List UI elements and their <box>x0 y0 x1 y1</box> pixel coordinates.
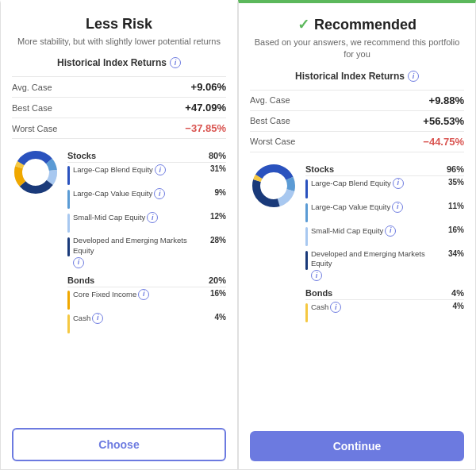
list-item: Developed and Emerging Markets Equity i … <box>305 248 464 283</box>
less-risk-bonds-pct: 20% <box>209 275 226 285</box>
recommended-historical-header: Historical Index Returns i <box>250 71 464 82</box>
recommended-allocation: Stocks 96% Large-Cap Blend Equity i 35% … <box>250 162 464 328</box>
recommended-subtitle: Based on your answers, we recommend this… <box>250 37 464 61</box>
less-risk-donut <box>12 148 60 196</box>
recommended-bonds-label: Bonds <box>305 288 332 298</box>
continue-button[interactable]: Continue <box>250 431 464 461</box>
alloc-name: Small-Mid Cap Equity i <box>73 212 207 223</box>
list-item: Core Fixed Income i 16% <box>67 287 226 311</box>
alloc-name: Large-Cap Value Equity i <box>311 202 445 213</box>
alloc-bar <box>67 166 70 185</box>
checkmark-icon: ✓ <box>298 16 309 33</box>
recommended-returns-table: Avg. Case +9.88% Best Case +56.53% Worst… <box>250 90 464 152</box>
less-risk-stocks-pct: 80% <box>209 151 226 160</box>
alloc-name: Large-Cap Blend Equity i <box>73 164 207 175</box>
less-risk-avg-row: Avg. Case +9.06% <box>12 77 226 98</box>
less-risk-stocks-header: Stocks 80% <box>67 148 226 163</box>
recommended-stocks-pct: 96% <box>447 164 464 174</box>
alloc-name: Cash i <box>311 302 450 313</box>
info-icon[interactable]: i <box>311 270 322 281</box>
alloc-bar <box>67 314 70 333</box>
less-risk-avg-label: Avg. Case <box>12 83 52 92</box>
recommended-bonds-items: Cash i 4% <box>305 300 464 324</box>
info-icon[interactable]: i <box>147 212 158 223</box>
less-risk-allocation: Stocks 80% Large-Cap Blend Equity i 31% … <box>12 148 226 338</box>
alloc-name: Small-Mid Cap Equity i <box>311 225 445 237</box>
alloc-bar <box>305 179 308 198</box>
alloc-pct: 9% <box>215 188 226 197</box>
less-risk-historical-header: Historical Index Returns i <box>12 57 226 68</box>
list-item: Large-Cap Blend Equity i 31% <box>67 163 226 187</box>
alloc-pct: 11% <box>448 202 464 210</box>
alloc-name: Developed and Emerging Markets Equity i <box>311 249 445 282</box>
less-risk-bonds-label: Bonds <box>67 275 94 285</box>
alloc-pct: 4% <box>453 302 464 310</box>
recommended-avg-label: Avg. Case <box>250 95 290 105</box>
less-risk-worst-value: −37.85% <box>185 122 226 134</box>
less-risk-body: Less Risk More stability, but with sligh… <box>1 3 237 422</box>
info-icon[interactable]: i <box>392 202 403 213</box>
recommended-info-icon[interactable]: i <box>408 71 419 82</box>
less-risk-bonds-header: Bonds 20% <box>67 273 226 287</box>
less-risk-avg-value: +9.06% <box>191 81 226 93</box>
less-risk-returns-table: Avg. Case +9.06% Best Case +47.09% Worst… <box>12 76 226 139</box>
list-item: Small-Mid Cap Equity i 12% <box>67 210 226 234</box>
list-item: Large-Cap Value Equity i 9% <box>67 187 226 210</box>
less-risk-best-row: Best Case +47.09% <box>12 98 226 118</box>
choose-button[interactable]: Choose <box>12 428 226 461</box>
recommended-avg-row: Avg. Case +9.88% <box>250 91 464 111</box>
alloc-pct: 12% <box>210 212 226 221</box>
list-item: Large-Cap Value Equity i 11% <box>305 200 464 224</box>
info-icon[interactable]: i <box>73 257 84 268</box>
alloc-bar <box>67 214 70 233</box>
alloc-pct: 16% <box>210 289 226 298</box>
less-risk-card: Less Risk More stability, but with sligh… <box>0 0 238 470</box>
recommended-bonds-pct: 4% <box>451 288 464 298</box>
alloc-name: Developed and Emerging Markets Equity i <box>73 236 207 268</box>
alloc-bar <box>305 203 308 222</box>
recommended-stocks-header: Stocks 96% <box>305 162 464 176</box>
less-risk-worst-row: Worst Case −37.85% <box>12 118 226 139</box>
recommended-worst-label: Worst Case <box>250 137 295 146</box>
list-item: Cash i 4% <box>305 300 464 324</box>
alloc-pct: 34% <box>448 249 464 258</box>
svg-point-7 <box>23 160 48 185</box>
recommended-worst-value: −44.75% <box>423 136 464 148</box>
less-risk-bonds-items: Core Fixed Income i 16% Cash i 4% <box>67 287 226 335</box>
alloc-name: Cash i <box>73 313 212 324</box>
list-item: Developed and Emerging Markets Equity i … <box>67 234 226 270</box>
less-risk-stocks-items: Large-Cap Blend Equity i 31% Large-Cap V… <box>67 163 226 270</box>
recommended-best-label: Best Case <box>250 116 290 125</box>
recommended-footer: Continue <box>239 425 475 469</box>
info-icon[interactable]: i <box>155 164 166 175</box>
less-risk-title: Less Risk <box>12 16 226 33</box>
alloc-name: Large-Cap Blend Equity i <box>311 178 445 189</box>
info-icon[interactable]: i <box>154 188 165 199</box>
recommended-best-value: +56.53% <box>423 115 464 127</box>
alloc-bar <box>67 291 70 310</box>
info-icon[interactable]: i <box>92 313 103 324</box>
recommended-body: ✓ Recommended Based on your answers, we … <box>239 3 475 425</box>
less-risk-subtitle: More stability, but with slightly lower … <box>12 36 226 48</box>
recommended-title: Recommended <box>314 17 416 33</box>
less-risk-best-label: Best Case <box>12 103 52 113</box>
less-risk-footer: Choose <box>1 422 237 469</box>
recommended-allocation-list: Stocks 96% Large-Cap Blend Equity i 35% … <box>305 162 464 328</box>
recommended-stocks-items: Large-Cap Blend Equity i 35% Large-Cap V… <box>305 176 464 283</box>
recommended-best-row: Best Case +56.53% <box>250 111 464 132</box>
less-risk-info-icon[interactable]: i <box>170 57 181 68</box>
alloc-name: Large-Cap Value Equity i <box>73 188 212 199</box>
recommended-historical-label: Historical Index Returns <box>295 71 405 82</box>
alloc-pct: 31% <box>210 164 226 173</box>
alloc-name: Core Fixed Income i <box>73 289 207 300</box>
info-icon[interactable]: i <box>393 178 404 189</box>
info-icon[interactable]: i <box>138 289 149 300</box>
less-risk-allocation-list: Stocks 80% Large-Cap Blend Equity i 31% … <box>67 148 226 338</box>
recommended-card: ✓ Recommended Based on your answers, we … <box>238 0 476 470</box>
list-item: Small-Mid Cap Equity i 16% <box>305 224 464 248</box>
alloc-bar <box>67 237 70 256</box>
recommended-donut <box>250 162 298 210</box>
alloc-pct: 35% <box>448 178 464 187</box>
info-icon[interactable]: i <box>330 302 341 313</box>
info-icon[interactable]: i <box>385 225 396 237</box>
